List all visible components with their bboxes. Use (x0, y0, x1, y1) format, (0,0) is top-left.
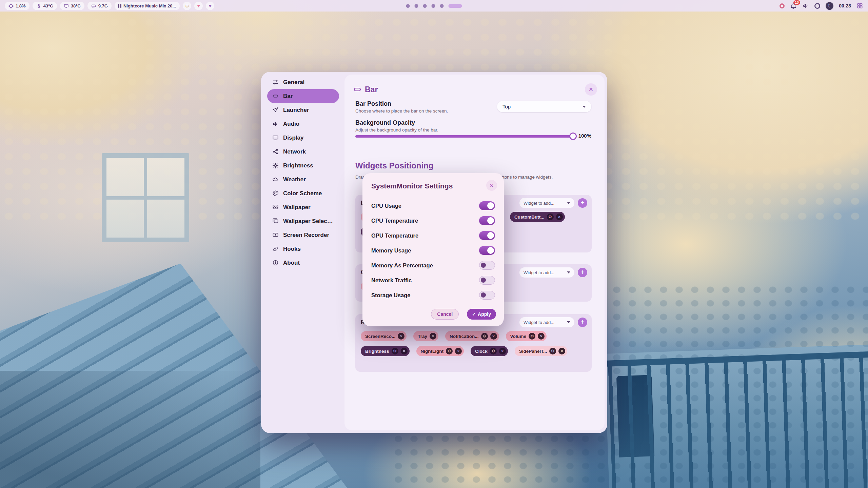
add-widget-dropdown[interactable]: Widget to add... (519, 267, 574, 278)
widget-chip[interactable]: SidePanelT... (515, 346, 568, 356)
widget-chip[interactable]: NightLight (416, 346, 464, 356)
clock[interactable]: 00:28 (839, 3, 851, 8)
chip-settings-button[interactable] (549, 348, 556, 354)
chip-settings-button[interactable] (481, 333, 488, 340)
sidebar-item-screen-recorder[interactable]: Screen Recorder (267, 228, 339, 242)
opacity-slider[interactable] (355, 135, 574, 138)
sidebar-item-about[interactable]: About (267, 256, 339, 270)
sidebar-item-hooks[interactable]: Hooks (267, 242, 339, 256)
widgets-positioning-title: Widgets Positioning (355, 161, 433, 170)
sidebar-item-general[interactable]: General (267, 75, 339, 89)
close-settings-button[interactable] (585, 83, 597, 96)
background-opacity-description: Adjust the background opacity of the bar… (355, 127, 438, 133)
toggle-cpu-usage[interactable] (479, 201, 495, 210)
chip-label: CustomButt... (514, 215, 545, 220)
apply-button[interactable]: Apply (467, 309, 496, 320)
audio-icon (272, 121, 279, 127)
night-light-button[interactable] (826, 2, 833, 10)
heart-pill[interactable]: ♥ (194, 2, 203, 10)
workspace-3[interactable] (423, 4, 427, 8)
sidebar-item-label: About (283, 260, 300, 266)
wallpaper-window (102, 153, 189, 242)
color-picker-icon (780, 3, 785, 8)
toggle-list: CPU UsageCPU TemperatureGPU TemperatureM… (371, 198, 495, 303)
chip-remove-button[interactable] (538, 333, 545, 340)
toggle-label: Network Traffic (371, 277, 412, 284)
workspace-6[interactable] (449, 4, 462, 8)
color-picker-button[interactable] (780, 3, 785, 8)
toggle-cpu-temperature[interactable] (479, 216, 495, 225)
volume-button[interactable] (802, 2, 809, 9)
heart-alt-pill[interactable]: ♥ (206, 2, 214, 10)
chevron-down-icon (567, 321, 570, 323)
stat-cpu-usage[interactable]: 1.8% (5, 2, 29, 10)
add-widget-dropdown[interactable]: Widget to add... (519, 198, 574, 208)
chip-settings-button[interactable] (547, 214, 554, 220)
chip-settings-button[interactable] (529, 333, 535, 340)
toggle-storage-usage[interactable] (479, 291, 495, 300)
bar-icon (272, 93, 279, 99)
sidebar-item-audio[interactable]: Audio (267, 117, 339, 131)
toggle-label: Memory As Percentage (371, 262, 433, 269)
workspace-2[interactable] (415, 4, 418, 8)
sidebar-item-wallpaper[interactable]: Wallpaper (267, 200, 339, 214)
toggle-memory-as-percentage[interactable] (479, 261, 495, 270)
toggle-memory-usage[interactable] (479, 246, 495, 255)
workspace-5[interactable] (440, 4, 444, 8)
add-widget-button[interactable]: + (578, 198, 587, 208)
add-widget-button[interactable]: + (578, 318, 587, 327)
add-widget-dropdown[interactable]: Widget to add... (519, 317, 574, 327)
sidebar-item-display[interactable]: Display (267, 131, 339, 145)
bar-position-dropdown[interactable]: Top (497, 101, 591, 112)
chip-remove-button[interactable] (558, 348, 565, 354)
widget-chip[interactable]: Brightness (361, 346, 410, 356)
sidebar-item-weather[interactable]: Weather (267, 172, 339, 186)
chip-remove-button[interactable] (430, 333, 436, 340)
sidebar-item-bar[interactable]: Bar (267, 89, 339, 103)
stat-memory[interactable]: 9.7G (87, 2, 112, 10)
media-title: Nightcore Music Mix 20... (123, 3, 176, 8)
chip-remove-button[interactable] (556, 214, 563, 220)
widget-chip[interactable]: CustomButt... (510, 212, 565, 222)
media-widget[interactable]: Nightcore Music Mix 20... (115, 2, 180, 10)
sidebar-item-color-scheme[interactable]: Color Scheme (267, 186, 339, 200)
toggle-network-traffic[interactable] (479, 276, 495, 285)
chip-remove-button[interactable] (455, 348, 462, 354)
chevron-down-icon (567, 202, 570, 204)
system-monitor-settings-dialog: SystemMonitor Settings CPU UsageCPU Temp… (362, 173, 504, 326)
chip-remove-button[interactable] (398, 333, 405, 340)
add-widget-placeholder: Widget to add... (524, 320, 554, 325)
record-button[interactable] (814, 3, 820, 9)
widget-chip[interactable]: Tray (413, 331, 438, 341)
toggle-gpu-temperature[interactable] (479, 231, 495, 240)
sidebar-item-brightness[interactable]: Brightness (267, 159, 339, 172)
opacity-slider-thumb[interactable] (569, 133, 577, 140)
workspace-1[interactable] (406, 4, 410, 8)
chip-settings-button[interactable] (446, 348, 453, 354)
info-icon (272, 260, 279, 266)
chip-settings-button[interactable] (392, 348, 398, 354)
background-opacity-label: Background Opacity (355, 119, 415, 126)
cancel-button[interactable]: Cancel (431, 309, 459, 320)
dialog-close-button[interactable] (486, 180, 497, 191)
chip-remove-button[interactable] (401, 348, 408, 354)
widget-chip[interactable]: Notification... (445, 331, 499, 341)
workspace-4[interactable] (432, 4, 435, 8)
stat-gpu-temp[interactable]: 38°C (60, 2, 84, 10)
sidebar-item-network[interactable]: Network (267, 145, 339, 159)
emoji-pill[interactable]: ☺ (183, 2, 191, 10)
notifications-button[interactable]: 10 (790, 2, 797, 9)
widget-chip[interactable]: Clock (471, 346, 508, 356)
sidebar-item-launcher[interactable]: Launcher (267, 103, 339, 117)
sidebar-item-wallpaper-selector[interactable]: Wallpaper Selector (267, 214, 339, 228)
widget-chip[interactable]: Volume (506, 331, 547, 341)
stat-cpu-temp[interactable]: 43°C (33, 2, 57, 10)
widget-chip[interactable]: ScreenReco... (361, 331, 407, 341)
panel-header: Bar (353, 83, 597, 96)
chip-remove-button[interactable] (490, 333, 497, 340)
chip-remove-button[interactable] (499, 348, 506, 354)
chip-settings-button[interactable] (490, 348, 497, 354)
add-widget-button[interactable]: + (578, 268, 587, 277)
app-launcher-button[interactable] (856, 2, 863, 9)
chip-label: NightLight (421, 349, 443, 354)
